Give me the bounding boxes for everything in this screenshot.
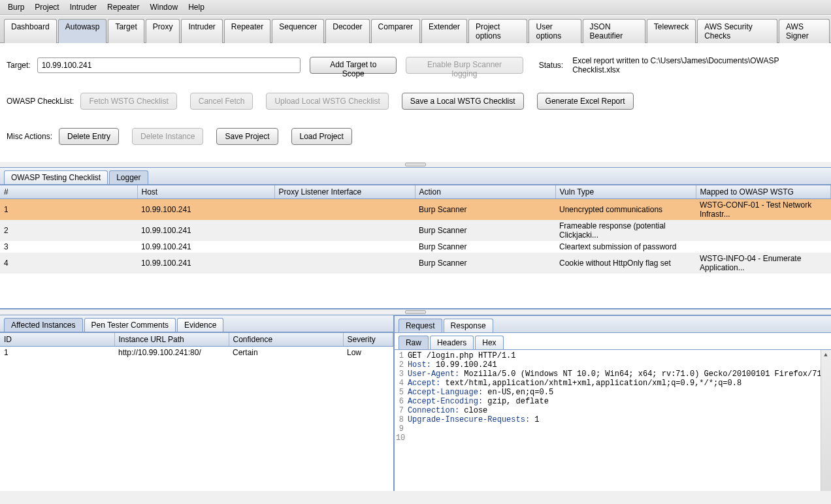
tab-headers[interactable]: Headers bbox=[430, 336, 474, 349]
status-text: Excel report written to C:\Users\James\D… bbox=[572, 56, 824, 74]
http-line-content: Connection: close bbox=[408, 406, 831, 415]
logger-cell: 10.99.100.241 bbox=[137, 253, 274, 274]
tab-decoder[interactable]: Decoder bbox=[325, 19, 369, 43]
tab-proxy[interactable]: Proxy bbox=[146, 19, 180, 43]
tab-autowasp[interactable]: Autowasp bbox=[58, 19, 107, 43]
subtab-evidence[interactable]: Evidence bbox=[177, 318, 223, 332]
logger-row[interactable]: 310.99.100.241Burp ScannerCleartext subm… bbox=[0, 241, 831, 253]
http-line: 7Connection: close bbox=[396, 406, 831, 415]
menu-project[interactable]: Project bbox=[31, 1, 63, 13]
line-number: 1 bbox=[396, 351, 408, 360]
menu-help[interactable]: Help bbox=[184, 1, 208, 13]
tab-user-options[interactable]: User options bbox=[529, 19, 581, 43]
tab-aws-signer[interactable]: AWS Signer bbox=[779, 19, 830, 43]
logger-col-header[interactable]: Action bbox=[415, 185, 555, 199]
logger-row[interactable]: 410.99.100.241Burp ScannerCookie without… bbox=[0, 253, 831, 274]
fetch-wstg-button[interactable]: Fetch WSTG Checklist bbox=[80, 93, 176, 110]
tab-hex[interactable]: Hex bbox=[475, 336, 503, 349]
logger-col-header[interactable]: # bbox=[0, 185, 137, 199]
save-local-wstg-button[interactable]: Save a Local WSTG Checklist bbox=[402, 93, 524, 110]
menu-burp[interactable]: Burp bbox=[4, 1, 28, 13]
tab-request[interactable]: Request bbox=[399, 319, 442, 332]
logger-cell: Cookie without HttpOnly flag set bbox=[555, 253, 696, 274]
logger-cell: WSTG-INFO-04 - Enumerate Application... bbox=[696, 253, 831, 274]
splitter-handle-2[interactable] bbox=[0, 309, 831, 315]
logger-col-header[interactable]: Host bbox=[137, 185, 274, 199]
http-line: 5Accept-Language: en-US,en;q=0.5 bbox=[396, 388, 831, 397]
delete-entry-button[interactable]: Delete Entry bbox=[59, 128, 119, 145]
tab-intruder[interactable]: Intruder bbox=[181, 19, 222, 43]
tab-dashboard[interactable]: Dashboard bbox=[4, 19, 57, 43]
logger-row[interactable]: 110.99.100.241Burp ScannerUnencrypted co… bbox=[0, 199, 831, 221]
scrollbar[interactable]: ▲ bbox=[821, 350, 831, 491]
logger-table-area: #HostProxy Listener InterfaceActionVuln … bbox=[0, 185, 831, 309]
tab-project-options[interactable]: Project options bbox=[468, 19, 527, 43]
affected-tab-strip: Affected InstancesPen Tester CommentsEvi… bbox=[0, 315, 393, 333]
http-line-content: Host: 10.99.100.241 bbox=[408, 360, 831, 370]
logger-row[interactable]: 210.99.100.241Burp ScannerFrameable resp… bbox=[0, 220, 831, 241]
generate-excel-button[interactable]: Generate Excel Report bbox=[537, 93, 634, 110]
http-line: 10 bbox=[396, 433, 831, 443]
instances-col-header[interactable]: Confidence bbox=[229, 333, 343, 347]
tab-comparer[interactable]: Comparer bbox=[371, 19, 420, 43]
http-line-content: Accept: text/html,application/xhtml+xml,… bbox=[408, 379, 831, 388]
load-project-button[interactable]: Load Project bbox=[291, 128, 352, 145]
splitter-handle[interactable] bbox=[0, 162, 831, 167]
subtab-pen-tester-comments[interactable]: Pen Tester Comments bbox=[84, 318, 176, 332]
cancel-fetch-button[interactable]: Cancel Fetch bbox=[190, 93, 253, 110]
line-number: 9 bbox=[396, 424, 408, 433]
menu-repeater[interactable]: Repeater bbox=[103, 1, 143, 13]
save-project-button[interactable]: Save Project bbox=[216, 128, 278, 145]
tab-aws-security-checks[interactable]: AWS Security Checks bbox=[697, 19, 777, 43]
upload-local-wstg-button[interactable]: Upload Local WSTG Checklist bbox=[266, 93, 388, 110]
http-line-content bbox=[408, 433, 831, 443]
owasp-checklist-label: OWASP CheckList: bbox=[7, 97, 74, 106]
target-input[interactable] bbox=[37, 57, 301, 73]
menubar: BurpProjectIntruderRepeaterWindowHelp bbox=[0, 0, 831, 15]
instances-col-header[interactable]: Severity bbox=[343, 333, 393, 347]
menu-intruder[interactable]: Intruder bbox=[66, 1, 101, 13]
logger-col-header[interactable]: Mapped to OWASP WSTG bbox=[696, 185, 831, 199]
tab-response[interactable]: Response bbox=[444, 319, 493, 332]
http-line: 9 bbox=[396, 424, 831, 433]
delete-instance-button[interactable]: Delete Instance bbox=[132, 128, 203, 145]
request-raw-view[interactable]: ▲ 1GET /login.php HTTP/1.12Host: 10.99.1… bbox=[395, 350, 831, 491]
add-target-button[interactable]: Add Target to Scope bbox=[310, 57, 397, 74]
line-number: 4 bbox=[396, 379, 408, 388]
logger-cell: 10.99.100.241 bbox=[137, 220, 274, 241]
scroll-up-icon[interactable]: ▲ bbox=[821, 350, 831, 360]
logger-col-header[interactable]: Vuln Type bbox=[555, 185, 696, 199]
logger-cell: Burp Scanner bbox=[415, 220, 555, 241]
logger-cell: WSTG-CONF-01 - Test Network Infrastr... bbox=[696, 199, 831, 221]
tab-sequencer[interactable]: Sequencer bbox=[272, 19, 324, 43]
logger-table[interactable]: #HostProxy Listener InterfaceActionVuln … bbox=[0, 185, 831, 274]
menu-window[interactable]: Window bbox=[146, 1, 182, 13]
http-line: 6Accept-Encoding: gzip, deflate bbox=[396, 397, 831, 406]
logger-cell: Burp Scanner bbox=[415, 199, 555, 221]
status-label: Status: bbox=[539, 61, 563, 70]
instance-row[interactable]: 1http://10.99.100.241:80/CertainLow bbox=[0, 347, 393, 359]
tab-json-beautifier[interactable]: JSON Beautifier bbox=[583, 19, 645, 43]
tab-target[interactable]: Target bbox=[108, 19, 144, 43]
subtab-affected-instances[interactable]: Affected Instances bbox=[4, 318, 83, 332]
http-line-content: GET /login.php HTTP/1.1 bbox=[408, 351, 831, 360]
http-line: 8Upgrade-Insecure-Requests: 1 bbox=[396, 415, 831, 424]
instances-table[interactable]: IDInstance URL PathConfidenceSeverity 1h… bbox=[0, 333, 393, 358]
logger-cell: Frameable response (potential Clickjacki… bbox=[555, 220, 696, 241]
http-line-content: Accept-Language: en-US,en;q=0.5 bbox=[408, 388, 831, 397]
instance-cell: http://10.99.100.241:80/ bbox=[114, 347, 229, 359]
logger-cell bbox=[274, 199, 415, 221]
subtab-owasp-testing-checklist[interactable]: OWASP Testing Checklist bbox=[4, 170, 108, 184]
tab-repeater[interactable]: Repeater bbox=[224, 19, 270, 43]
instances-col-header[interactable]: ID bbox=[0, 333, 114, 347]
tab-extender[interactable]: Extender bbox=[421, 19, 467, 43]
tab-raw[interactable]: Raw bbox=[399, 336, 429, 349]
logger-col-header[interactable]: Proxy Listener Interface bbox=[274, 185, 415, 199]
instances-col-header[interactable]: Instance URL Path bbox=[114, 333, 229, 347]
tab-telewreck[interactable]: Telewreck bbox=[647, 19, 696, 43]
subtab-logger[interactable]: Logger bbox=[109, 170, 148, 184]
line-number: 3 bbox=[396, 370, 408, 379]
line-number: 10 bbox=[396, 433, 408, 443]
enable-scanner-logging-button[interactable]: Enable Burp Scanner logging bbox=[406, 57, 523, 74]
main-tab-strip: DashboardAutowaspTargetProxyIntruderRepe… bbox=[0, 15, 831, 43]
